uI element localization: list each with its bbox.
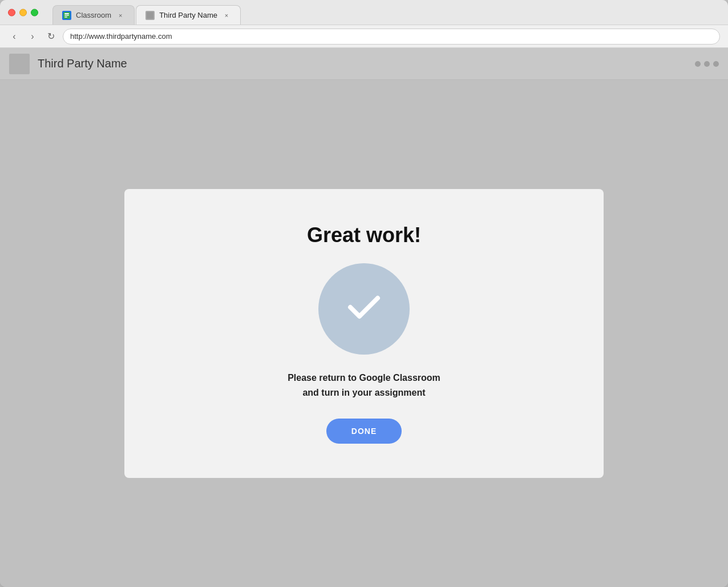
browser-window: Classroom × Third Party Name × ‹ › ↻ xyxy=(0,0,728,587)
app-header: Third Party Name xyxy=(0,48,728,80)
tab-classroom-close[interactable]: × xyxy=(116,11,125,20)
card-title: Great work! xyxy=(307,223,421,247)
svg-rect-4 xyxy=(147,12,153,19)
app-logo xyxy=(9,54,30,74)
app-title: Third Party Name xyxy=(38,57,127,70)
card-message: Please return to Google Classroom and tu… xyxy=(288,371,440,400)
tab-third-party-label: Third Party Name xyxy=(159,11,217,19)
header-dots xyxy=(695,61,719,67)
url-text: http://www.thirdpartyname.com xyxy=(70,32,172,41)
tab-third-party[interactable]: Third Party Name × xyxy=(136,5,241,25)
tab-classroom[interactable]: Classroom × xyxy=(52,5,135,25)
completion-card: Great work! Please return to Google Clas… xyxy=(124,189,604,477)
traffic-light-close[interactable] xyxy=(8,9,15,16)
forward-button[interactable]: › xyxy=(26,30,39,43)
tab-classroom-label: Classroom xyxy=(76,11,111,19)
tab-third-party-close[interactable]: × xyxy=(222,11,231,20)
traffic-lights xyxy=(8,9,38,16)
page-content: Great work! Please return to Google Clas… xyxy=(0,80,728,587)
header-dot-1 xyxy=(695,61,701,67)
refresh-button[interactable]: ↻ xyxy=(45,30,57,43)
svg-rect-2 xyxy=(64,15,69,16)
tab-bar: Classroom × Third Party Name × xyxy=(52,5,241,25)
header-dot-3 xyxy=(713,61,719,67)
third-party-favicon xyxy=(145,11,155,20)
traffic-light-minimize[interactable] xyxy=(19,9,27,16)
address-bar: ‹ › ↻ http://www.thirdpartyname.com xyxy=(0,25,728,48)
back-button[interactable]: ‹ xyxy=(8,30,21,43)
done-button[interactable]: DONE xyxy=(326,419,402,444)
svg-rect-1 xyxy=(64,13,69,14)
classroom-favicon xyxy=(62,11,71,20)
svg-rect-3 xyxy=(64,17,67,18)
card-message-line1: Please return to Google Classroom xyxy=(288,371,440,385)
url-input[interactable]: http://www.thirdpartyname.com xyxy=(63,29,720,45)
header-dot-2 xyxy=(704,61,710,67)
title-bar: Classroom × Third Party Name × xyxy=(0,0,728,25)
card-message-line2: and turn in your assignment xyxy=(288,385,440,400)
checkmark-icon xyxy=(341,283,387,335)
traffic-light-maximize[interactable] xyxy=(31,9,38,16)
checkmark-circle xyxy=(318,263,410,355)
